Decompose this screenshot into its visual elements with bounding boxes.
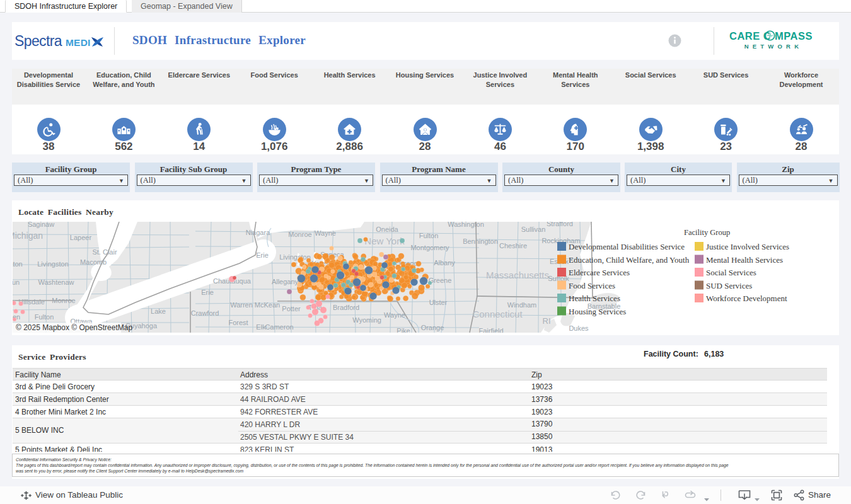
- svg-text:oun: oun: [13, 278, 20, 286]
- svg-text:Bradford: Bradford: [333, 304, 359, 311]
- svg-text:Erie: Erie: [256, 251, 269, 259]
- svg-text:McKean: McKean: [255, 301, 280, 309]
- svg-text:Saginaw: Saginaw: [28, 222, 54, 228]
- svg-text:Pike: Pike: [397, 327, 410, 333]
- svg-text:Social Services: Social Services: [706, 268, 756, 277]
- svg-text:Wayne: Wayne: [384, 311, 405, 319]
- svg-text:Crawford: Crawford: [191, 309, 219, 317]
- svg-text:Eldercare Services: Eldercare Services: [569, 268, 630, 277]
- svg-text:Lake: Lake: [151, 307, 166, 315]
- svg-text:Lapeer: Lapeer: [70, 234, 92, 241]
- svg-text:Montgomery: Montgomery: [410, 244, 449, 251]
- svg-text:Ulster: Ulster: [429, 299, 448, 306]
- svg-text:Housing Services: Housing Services: [569, 307, 626, 316]
- svg-text:Wyoming: Wyoming: [352, 316, 381, 324]
- svg-text:Connecticut: Connecticut: [472, 309, 523, 319]
- svg-text:aton: aton: [13, 260, 23, 268]
- svg-text:Mental Health Services: Mental Health Services: [706, 255, 783, 265]
- svg-text:St. Clair: St. Clair: [92, 248, 117, 256]
- svg-text:Dukes: Dukes: [569, 324, 589, 332]
- svg-text:Oneida: Oneida: [376, 226, 398, 233]
- svg-text:RI: RI: [543, 316, 551, 326]
- svg-text:Niagara: Niagara: [246, 229, 270, 236]
- svg-text:Fairfield: Fairfield: [478, 327, 503, 333]
- svg-text:Orange: Orange: [421, 324, 444, 331]
- svg-text:CARE C: CARE C: [729, 30, 771, 42]
- svg-text:Strafford: Strafford: [547, 222, 573, 227]
- svg-text:Forest: Forest: [228, 319, 248, 326]
- svg-text:Michigan: Michigan: [13, 231, 43, 241]
- svg-text:Warren: Warren: [230, 301, 253, 309]
- svg-text:MEDI: MEDI: [66, 37, 91, 48]
- svg-text:Cameron: Cameron: [265, 323, 293, 331]
- svg-text:Justice Involved Services: Justice Involved Services: [706, 242, 789, 251]
- svg-text:Albany: Albany: [434, 259, 455, 266]
- svg-text:Monroe: Monroe: [52, 297, 75, 304]
- svg-text:Monroe: Monroe: [288, 231, 311, 238]
- svg-text:Education, Child Welfare, and: Education, Child Welfare, and Youth: [569, 255, 690, 265]
- svg-text:Fulton: Fulton: [35, 313, 54, 321]
- svg-text:NETWORK: NETWORK: [744, 43, 802, 50]
- svg-text:© 2025 Mapbox © OpenStreetMap: © 2025 Mapbox © OpenStreetMap: [16, 323, 132, 332]
- svg-text:Erie: Erie: [201, 289, 214, 296]
- svg-text:Macomb: Macomb: [80, 258, 107, 266]
- svg-text:MPASS: MPASS: [775, 30, 813, 42]
- svg-text:Food Services: Food Services: [569, 281, 615, 290]
- svg-text:Facility Group: Facility Group: [684, 228, 730, 237]
- svg-text:New York: New York: [364, 236, 405, 246]
- svg-text:Livingston: Livingston: [37, 260, 69, 268]
- svg-text:Wayne: Wayne: [315, 229, 336, 237]
- svg-text:Spectra: Spectra: [14, 33, 62, 49]
- svg-text:Workforce Development: Workforce Development: [706, 294, 787, 303]
- svg-text:Washington: Washington: [448, 222, 484, 228]
- svg-text:Massachusetts: Massachusetts: [486, 270, 549, 280]
- svg-text:Health Services: Health Services: [569, 294, 620, 303]
- svg-text:Cheshire: Cheshire: [499, 242, 527, 249]
- svg-text:Washtenaw: Washtenaw: [38, 278, 74, 286]
- svg-text:Livingston: Livingston: [279, 253, 311, 261]
- svg-text:Allegany: Allegany: [272, 278, 299, 285]
- svg-text:Sullivan: Sullivan: [521, 226, 546, 233]
- svg-text:Bennington: Bennington: [463, 238, 498, 245]
- svg-text:Potter: Potter: [282, 305, 301, 312]
- svg-text:Windham: Windham: [507, 301, 536, 309]
- svg-text:Fulton: Fulton: [419, 232, 439, 239]
- svg-text:SUD Services: SUD Services: [706, 281, 752, 290]
- svg-text:Developmental Disabilities Ser: Developmental Disabilities Service: [569, 242, 685, 251]
